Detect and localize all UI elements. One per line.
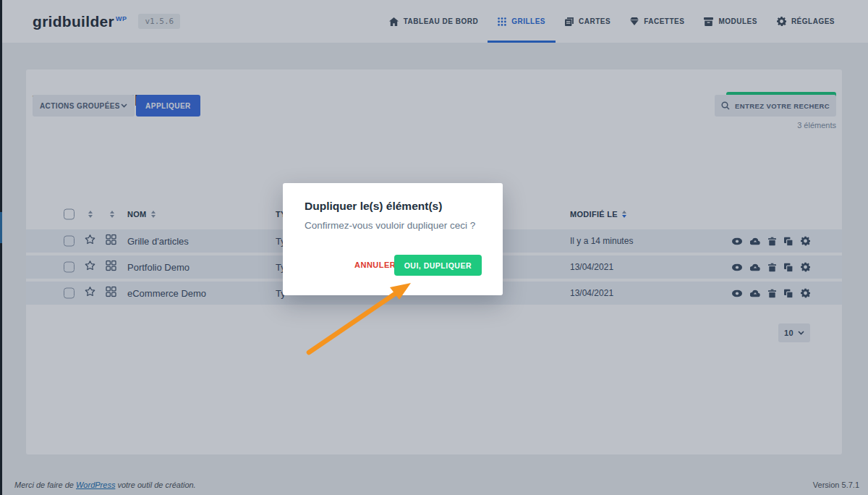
- duplicate-confirm-modal: Dupliquer le(s) élément(s) Confirmez-vou…: [283, 183, 503, 295]
- modal-title: Dupliquer le(s) élément(s): [305, 200, 442, 213]
- confirm-duplicate-button[interactable]: OUI, DUPLIQUER: [394, 255, 482, 276]
- gridbuilder-admin-page: gridbuilderWP v1.5.6 TABLEAU DE BORD GRI…: [0, 0, 868, 495]
- modal-message: Confirmez-vous vouloir dupliquer ceci ?: [305, 220, 475, 231]
- cancel-button[interactable]: ANNULER: [354, 261, 396, 269]
